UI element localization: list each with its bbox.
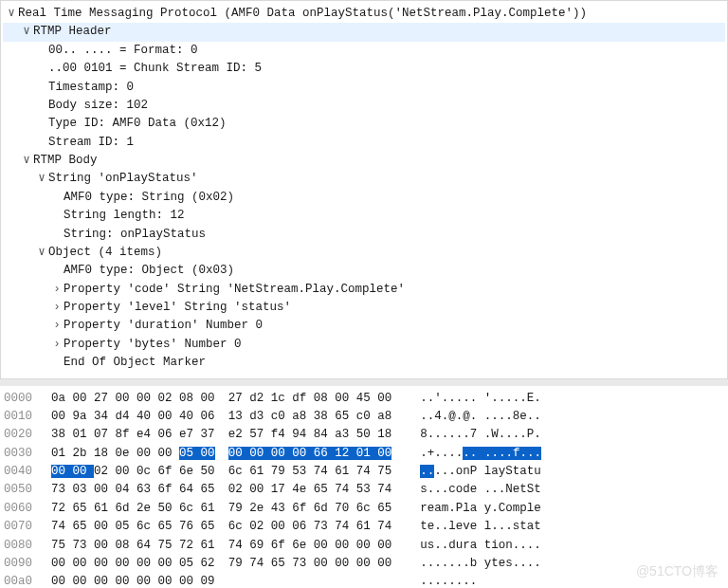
hex-offset: 00a0 [4, 573, 51, 588]
hex-row[interactable]: 002038 01 07 8f e4 06 e7 37e2 57 f4 94 8… [4, 426, 728, 444]
expand-arrow[interactable]: ∨ [7, 5, 16, 23]
tree-label: Real Time Messaging Protocol (AMF0 Data … [18, 5, 587, 23]
tree-text: Body size: 102 [48, 97, 148, 115]
hex-ascii: .......b ytes.... [420, 555, 541, 573]
hex-offset: 0000 [4, 390, 51, 408]
tree-leaf[interactable]: ..00 0101 = Chunk Stream ID: 5 [3, 60, 725, 78]
hex-row[interactable]: 009000 00 00 00 00 00 05 6279 74 65 73 0… [4, 555, 728, 573]
hex-offset: 0030 [4, 445, 51, 463]
tree-leaf[interactable]: End Of Object Marker [3, 354, 725, 372]
hex-offset: 0050 [4, 481, 51, 499]
tree-label: RTMP Body [33, 152, 98, 170]
hex-offset: 0020 [4, 426, 51, 444]
hex-row[interactable]: 005073 03 00 04 63 6f 64 6502 00 17 4e 6… [4, 481, 728, 499]
hex-row[interactable]: 00000a 00 27 00 00 02 08 0027 d2 1c df 0… [4, 390, 728, 408]
expand-arrow[interactable]: ∨ [22, 23, 31, 41]
tree-text: ..00 0101 = Chunk Stream ID: 5 [48, 60, 262, 78]
hex-row[interactable]: 008075 73 00 08 64 75 72 6174 69 6f 6e 0… [4, 537, 728, 555]
hex-ascii: ream.Pla y.Comple [420, 500, 541, 518]
expand-arrow[interactable]: › [52, 317, 62, 335]
tree-leaf[interactable]: ›Property 'bytes' Number 0 [3, 336, 725, 354]
hex-row[interactable]: 003001 2b 18 0e 00 00 05 0000 00 00 00 6… [4, 445, 728, 463]
tree-text: Timestamp: 0 [48, 79, 134, 97]
expand-arrow[interactable]: ∨ [37, 244, 46, 262]
hex-ascii: ........ [420, 573, 484, 588]
hex-ascii: s...code ...NetSt [420, 481, 541, 499]
expand-arrow[interactable]: ∨ [22, 152, 31, 170]
expand-arrow[interactable]: › [52, 299, 62, 317]
tree-label: RTMP Header [33, 23, 112, 41]
tree-leaf[interactable]: ›Property 'level' String 'status' [3, 299, 725, 317]
hex-row[interactable]: 006072 65 61 6d 2e 50 6c 6179 2e 43 6f 6… [4, 500, 728, 518]
hex-ascii: ..4.@.@. ....8e.. [420, 408, 541, 426]
tree-text: AMF0 type: Object (0x03) [64, 262, 234, 280]
hex-row[interactable]: 001000 9a 34 d4 40 00 40 0613 d3 c0 a8 3… [4, 408, 728, 426]
hex-row[interactable]: 00a000 00 00 00 00 00 00 09 ........ [4, 573, 728, 588]
tree-text: 00.. .... = Format: 0 [48, 42, 198, 60]
hex-row[interactable]: 007074 65 00 05 6c 65 76 656c 02 00 06 7… [4, 518, 728, 536]
tree-text: End Of Object Marker [64, 354, 206, 372]
tree-leaf[interactable]: Stream ID: 1 [3, 134, 725, 152]
hex-ascii: us..dura tion.... [420, 537, 541, 555]
tree-text: Property 'duration' Number 0 [64, 317, 263, 335]
hex-offset: 0080 [4, 537, 51, 555]
tree-text: String: onPlayStatus [64, 226, 206, 244]
tree-text: AMF0 type: String (0x02) [64, 189, 234, 207]
tree-leaf[interactable]: String length: 12 [3, 207, 725, 225]
protocol-tree[interactable]: ∨ Real Time Messaging Protocol (AMF0 Dat… [1, 1, 727, 378]
tree-node-string[interactable]: ∨ String 'onPlayStatus' [3, 170, 725, 188]
expand-arrow[interactable]: ∨ [37, 170, 46, 188]
hex-offset: 0060 [4, 500, 51, 518]
tree-leaf[interactable]: 00.. .... = Format: 0 [3, 42, 725, 60]
hex-row[interactable]: 004000 00 02 00 0c 6f 6e 506c 61 79 53 7… [4, 463, 728, 481]
tree-text: String length: 12 [64, 207, 185, 225]
protocol-tree-panel: ∨ Real Time Messaging Protocol (AMF0 Dat… [0, 0, 728, 379]
tree-text: Type ID: AMF0 Data (0x12) [48, 115, 227, 133]
tree-node-object[interactable]: ∨ Object (4 items) [3, 244, 725, 262]
tree-text: Property 'bytes' Number 0 [64, 336, 242, 354]
tree-leaf[interactable]: Body size: 102 [3, 97, 725, 115]
tree-text: Stream ID: 1 [48, 134, 134, 152]
hex-ascii: te..leve l...stat [420, 518, 541, 536]
tree-leaf[interactable]: Timestamp: 0 [3, 79, 725, 97]
expand-arrow[interactable]: › [52, 281, 62, 299]
hex-dump-panel[interactable]: 00000a 00 27 00 00 02 08 0027 d2 1c df 0… [0, 379, 728, 589]
hex-offset: 0070 [4, 518, 51, 536]
expand-arrow[interactable]: › [52, 336, 62, 354]
tree-leaf[interactable]: ›Property 'code' String 'NetStream.Play.… [3, 281, 725, 299]
tree-leaf[interactable]: String: onPlayStatus [3, 226, 725, 244]
hex-ascii: ..'..... '.....E. [420, 390, 541, 408]
hex-offset: 0040 [4, 463, 51, 481]
tree-label: String 'onPlayStatus' [48, 170, 198, 188]
tree-leaf[interactable]: Type ID: AMF0 Data (0x12) [3, 115, 725, 133]
tree-leaf[interactable]: AMF0 type: String (0x02) [3, 189, 725, 207]
tree-node-body[interactable]: ∨ RTMP Body [3, 152, 725, 170]
tree-text: Property 'code' String 'NetStream.Play.C… [64, 281, 405, 299]
tree-label: Object (4 items) [48, 244, 162, 262]
hex-ascii: 8......7 .W....P. [420, 426, 541, 444]
tree-node-header[interactable]: ∨ RTMP Header [3, 23, 725, 41]
tree-leaf[interactable]: ›Property 'duration' Number 0 [3, 317, 725, 335]
tree-leaf[interactable]: AMF0 type: Object (0x03) [3, 262, 725, 280]
tree-root[interactable]: ∨ Real Time Messaging Protocol (AMF0 Dat… [3, 5, 725, 23]
hex-offset: 0090 [4, 555, 51, 573]
tree-text: Property 'level' String 'status' [64, 299, 291, 317]
hex-offset: 0010 [4, 408, 51, 426]
